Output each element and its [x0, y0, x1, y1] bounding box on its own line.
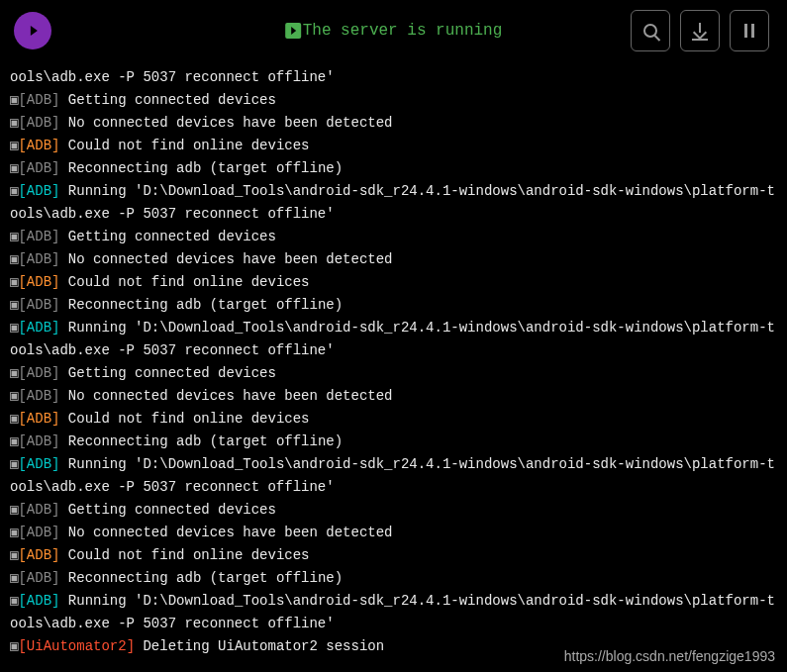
log-text: Getting connected devices — [59, 229, 275, 244]
log-text: Reconnecting adb (target offline) — [59, 433, 343, 449]
log-tag: [ADB] — [18, 525, 59, 540]
log-tag: [ADB] — [18, 593, 59, 609]
log-tag: [ADB] — [18, 160, 59, 176]
log-line: ▣[ADB] Could not find online devices — [10, 135, 777, 157]
search-button[interactable] — [631, 10, 670, 51]
log-line: ▣[ADB] Running 'D:\Download_Tools\androi… — [10, 61, 777, 89]
log-text: No connected devices have been detected — [59, 525, 392, 540]
log-line: ▣[ADB] Running 'D:\Download_Tools\androi… — [10, 590, 777, 635]
status-text: The server is running — [303, 22, 503, 40]
log-line: ▣[ADB] Reconnecting adb (target offline) — [10, 294, 777, 317]
header-controls — [631, 10, 769, 51]
log-text: Reconnecting adb (target offline) — [59, 570, 343, 586]
download-icon — [692, 23, 708, 39]
log-tag: [ADB] — [18, 274, 59, 290]
log-line: ▣[ADB] No connected devices have been de… — [10, 385, 777, 408]
log-tag: [ADB] — [18, 388, 59, 404]
log-line: ▣[ADB] Running 'D:\Download_Tools\androi… — [10, 180, 777, 226]
log-text: Running 'D:\Download_Tools\android-sdk_r… — [10, 593, 775, 631]
log-text: No connected devices have been detected — [59, 115, 392, 131]
header: The server is running — [0, 0, 787, 61]
log-text: Running 'D:\Download_Tools\android-sdk_r… — [10, 183, 775, 222]
log-tag: [ADB] — [18, 229, 59, 244]
log-tag: [UiAutomator2] — [18, 638, 135, 654]
log-tag: [ADB] — [18, 456, 59, 472]
log-line: ▣[ADB] No connected devices have been de… — [10, 112, 777, 135]
log-text: Could not find online devices — [59, 138, 309, 153]
log-tag: [ADB] — [18, 92, 59, 108]
log-line: ▣[ADB] Could not find online devices — [10, 544, 777, 567]
server-status: The server is running — [285, 22, 503, 40]
log-line: ▣[ADB] Could not find online devices — [10, 271, 777, 294]
log-text: Running 'D:\Download_Tools\android-sdk_r… — [10, 61, 775, 85]
log-text: Getting connected devices — [59, 92, 275, 108]
pause-button[interactable] — [730, 10, 769, 51]
log-text: No connected devices have been detected — [59, 251, 392, 267]
download-button[interactable] — [680, 10, 720, 51]
log-tag: [ADB] — [18, 297, 59, 313]
log-line: ▣[ADB] Could not find online devices — [10, 408, 777, 431]
log-text: Getting connected devices — [59, 502, 275, 518]
log-line: ▣[ADB] Reconnecting adb (target offline) — [10, 567, 777, 590]
log-text: Running 'D:\Download_Tools\android-sdk_r… — [10, 320, 775, 358]
log-line: ▣[ADB] Getting connected devices — [10, 89, 777, 112]
log-text: Could not find online devices — [59, 547, 309, 563]
log-line: ▣[ADB] Running 'D:\Download_Tools\androi… — [10, 317, 777, 362]
log-line: ▣[ADB] Getting connected devices — [10, 362, 777, 385]
log-text: Reconnecting adb (target offline) — [59, 297, 343, 313]
log-tag: [ADB] — [18, 547, 59, 563]
log-text: Could not find online devices — [59, 411, 309, 427]
pause-icon — [744, 24, 754, 38]
log-output[interactable]: ▣[ADB] Running 'D:\Download_Tools\androi… — [0, 61, 787, 672]
search-icon — [643, 24, 657, 38]
log-line: ▣[ADB] Reconnecting adb (target offline) — [10, 431, 777, 453]
log-line: ▣[ADB] No connected devices have been de… — [10, 248, 777, 271]
log-tag: [ADB] — [18, 251, 59, 267]
log-line: ▣[ADB] Reconnecting adb (target offline) — [10, 157, 777, 180]
log-text: No connected devices have been detected — [59, 388, 392, 404]
log-text: Getting connected devices — [59, 365, 275, 381]
log-tag: [ADB] — [18, 570, 59, 586]
log-line: ▣[ADB] No connected devices have been de… — [10, 522, 777, 544]
log-tag: [ADB] — [18, 411, 59, 427]
log-line: ▣[ADB] Getting connected devices — [10, 226, 777, 248]
log-line: ▣[ADB] Getting connected devices — [10, 499, 777, 522]
appium-logo — [14, 12, 51, 49]
log-tag: [ADB] — [18, 183, 59, 199]
log-text: Reconnecting adb (target offline) — [59, 160, 343, 176]
log-tag: [ADB] — [18, 433, 59, 449]
log-text: Could not find online devices — [59, 274, 309, 290]
log-tag: [ADB] — [18, 138, 59, 153]
log-text: Deleting UiAutomator2 session — [135, 638, 384, 654]
log-tag: [ADB] — [18, 502, 59, 518]
log-tag: [ADB] — [18, 61, 59, 62]
log-tag: [ADB] — [18, 115, 59, 131]
watermark: https://blog.csdn.net/fengzige1993 — [564, 648, 775, 664]
log-text: Running 'D:\Download_Tools\android-sdk_r… — [10, 456, 775, 495]
log-tag: [ADB] — [18, 365, 59, 381]
log-tag: [ADB] — [18, 320, 59, 336]
log-line: ▣[ADB] Running 'D:\Download_Tools\androi… — [10, 453, 777, 499]
play-icon — [285, 23, 301, 39]
